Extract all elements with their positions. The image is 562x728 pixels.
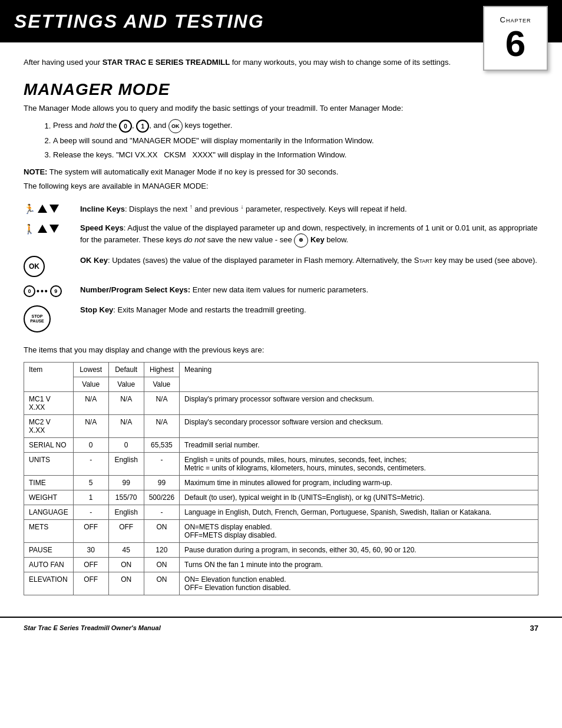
number-keys-row: 0 ••• 9 Number/Program Select Keys: Ente… [24,284,538,297]
cell-item: METS [24,519,74,542]
ok-key-row: OK OK Key: Updates (saves) the value of … [24,255,538,277]
cell-highest: N/A [144,414,179,437]
number-keys-description: Number/Program Select Keys: Enter new da… [80,284,538,296]
table-row: PAUSE 30 45 120 Pause duration during a … [24,542,538,557]
cell-meaning: Default (to user), typical weight in lb … [180,490,538,505]
ok-key-description: OK Key: Updates (saves) the value of the… [80,255,538,266]
cell-default: 45 [108,542,144,557]
cell-item: AUTO FAN [24,557,74,572]
cell-highest: ON [144,557,179,572]
key-0-num-icon: 0 [24,285,35,297]
table-row: ELEVATION OFF ON ON ON= Elevation functi… [24,572,538,595]
cell-item: UNITS [24,452,74,475]
cell-item: MC1 V X.XX [24,391,74,414]
cell-default: ON [108,572,144,595]
stop-circle-icon: STOPPAUSE [24,305,51,332]
cell-default: OFF [108,519,144,542]
chapter-number: 6 [505,25,525,62]
cell-default: N/A [108,391,144,414]
cell-default: English [108,452,144,475]
table-row: AUTO FAN OFF ON ON Turns ON the fan 1 mi… [24,557,538,572]
cell-item: LANGUAGE [24,505,74,519]
stop-key-description: Stop Key: Exits Manager Mode and restart… [80,304,538,316]
cell-item: MC2 V X.XX [24,414,74,437]
footer-page-number: 37 [530,624,538,633]
cell-lowest: 1 [73,490,108,505]
col-header-highest-value: Value [144,377,179,391]
cell-default: English [108,505,144,519]
table-row: LANGUAGE - English - Language in English… [24,505,538,519]
ok-ref-icon: ⊛ [294,233,308,248]
cell-highest: 120 [144,542,179,557]
col-header-highest-label: Highest [144,362,179,377]
table-header-row: Item Lowest Default Highest Meaning [24,362,538,377]
triangle-down-icon [49,205,59,213]
table-row: TIME 5 99 99 Maximum time in minutes all… [24,475,538,490]
footer-left-text: Star Trac E Series Treadmill Owner's Man… [24,624,161,631]
key-0-icon: 0 [119,120,132,133]
col-header-item: Item [24,362,74,391]
manager-mode-title: Manager Mode [24,80,538,99]
table-intro-text: The items that you may display and chang… [24,344,538,356]
col-header-meaning: Meaning [180,362,538,391]
cell-meaning: Language in English, Dutch, French, Germ… [180,505,538,519]
cell-lowest: N/A [73,391,108,414]
incline-keys-icon: 🏃 [24,202,71,215]
items-table-section: The items that you may display and chang… [24,344,538,595]
key-1-icon: 1 [136,120,149,133]
table-row: SERIAL NO 0 0 65,535 Treadmill serial nu… [24,437,538,452]
triangle-down-speed-icon [49,225,59,233]
cell-meaning: Treadmill serial number. [180,437,538,452]
cell-highest: 99 [144,475,179,490]
chapter-box: Chapter 6 [483,6,548,71]
manager-mode-description: The Manager Mode allows you to query and… [24,103,538,115]
note-text: NOTE: The system will automatically exit… [24,166,538,178]
triangle-up-icon [38,205,47,213]
number-keys-icon: 0 ••• 9 [24,284,71,297]
key-dots-icon: ••• [37,286,49,296]
cell-lowest: 5 [73,475,108,490]
available-keys-text: The following keys are available in MANA… [24,180,538,193]
key-9-num-icon: 9 [50,285,62,297]
cell-meaning: ON=METS display enabled.OFF=METS display… [180,519,538,542]
cell-meaning: Maximum time in minutes allowed for prog… [180,475,538,490]
cell-meaning: ON= Elevation function enabled.OFF= Elev… [180,572,538,595]
speed-keys-icon: 🚶 [24,222,71,235]
cell-item: PAUSE [24,542,74,557]
incline-keys-row: 🏃 Incline Keys: Displays the next ↑ and … [24,202,538,215]
table-row: UNITS - English - English = units of pou… [24,452,538,475]
cell-meaning: Display's secondary processor software v… [180,414,538,437]
cell-highest: - [144,452,179,475]
cell-meaning: Display's primary processor software ver… [180,391,538,414]
cell-lowest: - [73,505,108,519]
speed-keys-row: 🚶 Speed Keys: Adjust the value of the di… [24,222,538,248]
cell-highest: N/A [144,391,179,414]
cell-highest: - [144,505,179,519]
ok-circle-icon: OK [24,256,45,277]
stop-key-icon: STOPPAUSE [24,304,71,332]
product-name: STAR TRAC E SERIES TREADMILL [103,58,230,67]
person-speed-icon: 🚶 [24,223,35,235]
table-row: WEIGHT 1 155/70 500/226 Default (to user… [24,490,538,505]
page-title: Settings and Testing [14,11,265,32]
cell-lowest: OFF [73,519,108,542]
cell-item: WEIGHT [24,490,74,505]
cell-lowest: 0 [73,437,108,452]
cell-item: SERIAL NO [24,437,74,452]
step-3: Release the keys. "MCI VX.XX CKSM XXXX" … [53,149,538,162]
ok-key-icon: OK [24,255,71,277]
cell-default: 0 [108,437,144,452]
step-1: Press and hold the 0, 1, and OK keys tog… [53,119,538,133]
cell-highest: ON [144,572,179,595]
cell-meaning: Pause duration during a program, in seco… [180,542,538,557]
cell-lowest: OFF [73,557,108,572]
speed-keys-description: Speed Keys: Adjust the value of the disp… [80,222,538,248]
table-row: MC1 V X.XX N/A N/A N/A Display's primary… [24,391,538,414]
cell-default: 99 [108,475,144,490]
num-row-icon: 0 ••• 9 [24,285,62,297]
keys-section: 🏃 Incline Keys: Displays the next ↑ and … [24,202,538,332]
table-row: METS OFF OFF ON ON=METS display enabled.… [24,519,538,542]
cell-lowest: N/A [73,414,108,437]
cell-lowest: 30 [73,542,108,557]
intro-paragraph: After having used your STAR TRAC E SERIE… [24,57,538,68]
